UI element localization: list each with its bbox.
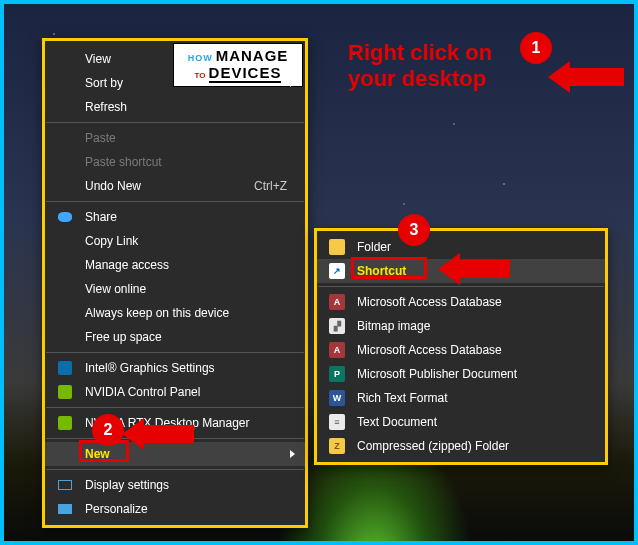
menu-item-copy-link[interactable]: Copy Link — [45, 229, 305, 253]
menu-label: Refresh — [85, 100, 287, 114]
chevron-right-icon — [290, 450, 295, 458]
step-badge-3: 3 — [398, 214, 430, 246]
submenu-item-folder[interactable]: Folder — [317, 235, 605, 259]
menu-label: Always keep on this device — [85, 306, 287, 320]
menu-item-intel-graphics[interactable]: Intel® Graphics Settings — [45, 356, 305, 380]
annotation-line1: Right click on — [348, 40, 492, 65]
shortcut-icon: ↗ — [329, 263, 345, 279]
menu-label: Undo New — [85, 179, 254, 193]
menu-label: Text Document — [357, 415, 587, 429]
text-icon: ≡ — [329, 414, 345, 430]
submenu-item-text-document[interactable]: ≡ Text Document — [317, 410, 605, 434]
annotation-instruction: Right click on your desktop — [348, 40, 492, 93]
menu-label: Microsoft Publisher Document — [357, 367, 587, 381]
menu-label: Paste — [85, 131, 287, 145]
submenu-item-compressed-folder[interactable]: Z Compressed (zipped) Folder — [317, 434, 605, 458]
menu-item-undo-new[interactable]: Undo New Ctrl+Z — [45, 174, 305, 198]
annotation-arrow-3 — [440, 260, 510, 278]
menu-item-display-settings[interactable]: Display settings — [45, 473, 305, 497]
menu-label: Intel® Graphics Settings — [85, 361, 287, 375]
menu-label: Manage access — [85, 258, 287, 272]
submenu-item-access-database-2[interactable]: A Microsoft Access Database — [317, 338, 605, 362]
menu-item-new[interactable]: New — [45, 442, 305, 466]
menu-label: Rich Text Format — [357, 391, 587, 405]
menu-item-nvidia-control-panel[interactable]: NVIDIA Control Panel — [45, 380, 305, 404]
menu-label: Microsoft Access Database — [357, 295, 587, 309]
menu-item-view[interactable]: View — [45, 47, 305, 71]
annotation-arrow-2 — [124, 425, 194, 443]
folder-icon — [329, 239, 345, 255]
chevron-right-icon — [290, 55, 295, 63]
annotation-line2: your desktop — [348, 66, 486, 91]
menu-label: Folder — [357, 240, 587, 254]
step-badge-1: 1 — [520, 32, 552, 64]
access-icon: A — [329, 342, 345, 358]
menu-item-view-online[interactable]: View online — [45, 277, 305, 301]
menu-item-sort-by[interactable]: Sort by — [45, 71, 305, 95]
bitmap-icon: ▞ — [329, 318, 345, 334]
menu-label: Microsoft Access Database — [357, 343, 587, 357]
annotation-arrow-1 — [550, 68, 624, 86]
menu-separator — [46, 352, 304, 353]
menu-label: Display settings — [85, 478, 287, 492]
menu-item-paste: Paste — [45, 126, 305, 150]
menu-item-paste-shortcut: Paste shortcut — [45, 150, 305, 174]
menu-shortcut: Ctrl+Z — [254, 179, 287, 193]
menu-item-personalize[interactable]: Personalize — [45, 497, 305, 521]
menu-label: Paste shortcut — [85, 155, 287, 169]
zip-icon: Z — [329, 438, 345, 454]
cloud-icon — [57, 209, 73, 225]
menu-label: Compressed (zipped) Folder — [357, 439, 587, 453]
submenu-item-rich-text-format[interactable]: W Rich Text Format — [317, 386, 605, 410]
menu-item-refresh[interactable]: Refresh — [45, 95, 305, 119]
menu-label: Personalize — [85, 502, 287, 516]
menu-label: Bitmap image — [357, 319, 587, 333]
submenu-item-access-database[interactable]: A Microsoft Access Database — [317, 290, 605, 314]
menu-label: Share — [85, 210, 287, 224]
chevron-right-icon — [290, 79, 295, 87]
menu-item-share[interactable]: Share — [45, 205, 305, 229]
menu-separator — [46, 469, 304, 470]
annotation-highlight-shortcut — [351, 257, 427, 279]
menu-label: Free up space — [85, 330, 287, 344]
display-icon — [57, 477, 73, 493]
menu-item-free-up-space[interactable]: Free up space — [45, 325, 305, 349]
nvidia-icon — [57, 384, 73, 400]
personalize-icon — [57, 501, 73, 517]
menu-separator — [318, 286, 604, 287]
menu-item-manage-access[interactable]: Manage access — [45, 253, 305, 277]
access-icon: A — [329, 294, 345, 310]
step-badge-2: 2 — [92, 414, 124, 446]
menu-separator — [46, 122, 304, 123]
submenu-item-bitmap-image[interactable]: ▞ Bitmap image — [317, 314, 605, 338]
menu-label: View online — [85, 282, 287, 296]
menu-label: Sort by — [85, 76, 287, 90]
menu-separator — [46, 201, 304, 202]
submenu-item-publisher-document[interactable]: P Microsoft Publisher Document — [317, 362, 605, 386]
menu-label: Copy Link — [85, 234, 287, 248]
desktop-context-menu: HOW MANAGE TO DEVICES View Sort by Refre… — [42, 38, 308, 528]
menu-label: View — [85, 52, 287, 66]
menu-item-always-keep[interactable]: Always keep on this device — [45, 301, 305, 325]
nvidia-icon — [57, 415, 73, 431]
menu-separator — [46, 407, 304, 408]
publisher-icon: P — [329, 366, 345, 382]
menu-label: NVIDIA Control Panel — [85, 385, 287, 399]
intel-icon — [57, 360, 73, 376]
rtf-icon: W — [329, 390, 345, 406]
